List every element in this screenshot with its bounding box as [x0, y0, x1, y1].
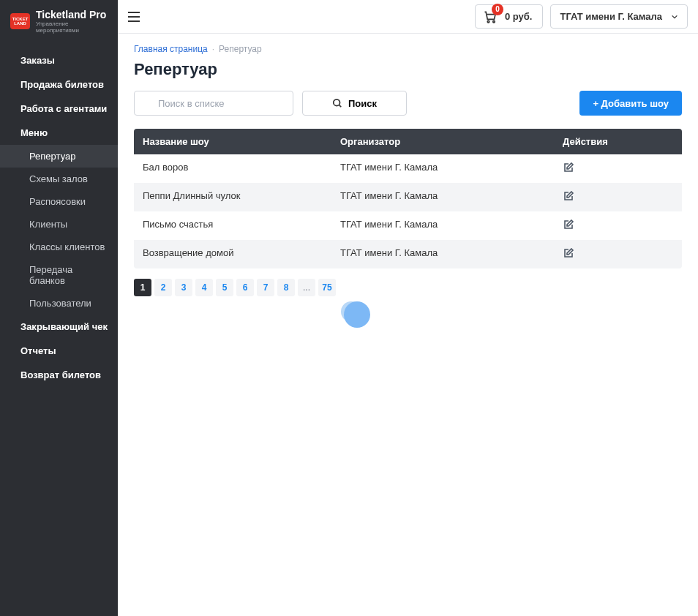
cell-name: Бал воров: [134, 154, 331, 183]
edit-icon[interactable]: [563, 247, 574, 259]
th-name: Название шоу: [134, 129, 331, 154]
th-actions: Действия: [554, 129, 682, 154]
sidebar-item-4[interactable]: Репертуар: [0, 145, 118, 168]
cell-actions: [554, 183, 682, 211]
cell-org: ТГАТ имени Г. Камала: [331, 211, 554, 240]
cell-org: ТГАТ имени Г. Камала: [331, 154, 554, 183]
topbar: 0 0 руб. ТГАТ имени Г. Камала: [118, 0, 698, 34]
table-row: Возвращение домойТГАТ имени Г. Камала: [134, 240, 682, 268]
table-row: Пеппи Длинный чулокТГАТ имени Г. Камала: [134, 183, 682, 211]
page-7[interactable]: 7: [257, 279, 274, 296]
search-input[interactable]: [134, 91, 293, 116]
sidebar-item-2[interactable]: Работа с агентами: [0, 97, 118, 121]
cell-actions: [554, 154, 682, 183]
page-5[interactable]: 5: [216, 279, 233, 296]
page-8[interactable]: 8: [277, 279, 295, 296]
breadcrumb-home[interactable]: Главная страница: [134, 44, 208, 54]
content: Главная страница·Репертуар Репертуар Пои…: [118, 34, 698, 307]
sidebar-item-9[interactable]: Передача бланков: [0, 258, 118, 292]
logo-subtitle: Управление мероприятиями: [36, 20, 110, 34]
page-1[interactable]: 1: [134, 279, 151, 296]
logo-badge: TICKET LAND: [10, 13, 30, 29]
sidebar-item-13[interactable]: Возврат билетов: [0, 363, 118, 387]
venue-name: ТГАТ имени Г. Камала: [560, 11, 662, 22]
search-icon: [332, 98, 342, 108]
sidebar: TICKET LAND Ticketland Pro Управление ме…: [0, 0, 118, 616]
sidebar-item-11[interactable]: Закрывающий чек: [0, 315, 118, 339]
cell-org: ТГАТ имени Г. Камала: [331, 183, 554, 211]
page-2[interactable]: 2: [154, 279, 172, 296]
edit-icon[interactable]: [563, 162, 574, 173]
svg-point-0: [487, 20, 489, 22]
venue-selector[interactable]: ТГАТ имени Г. Камала: [550, 4, 688, 29]
cell-actions: [554, 211, 682, 240]
cart-button[interactable]: 0 0 руб.: [475, 4, 543, 29]
cell-name: Возвращение домой: [134, 240, 331, 268]
edit-icon[interactable]: [563, 190, 574, 202]
loading-indicator: [344, 301, 370, 328]
page-last[interactable]: 75: [318, 279, 336, 296]
search-button[interactable]: Поиск: [302, 91, 407, 116]
edit-icon[interactable]: [563, 219, 574, 230]
breadcrumb: Главная страница·Репертуар: [134, 44, 682, 54]
svg-point-1: [493, 20, 495, 22]
sidebar-item-10[interactable]: Пользователи: [0, 292, 118, 315]
sidebar-item-12[interactable]: Отчеты: [0, 339, 118, 363]
sidebar-item-8[interactable]: Классы клиентов: [0, 236, 118, 258]
controls-row: Поиск + Добавить шоу: [134, 91, 682, 116]
th-org: Организатор: [331, 129, 554, 154]
cell-org: ТГАТ имени Г. Камала: [331, 240, 554, 268]
pagination: 12345678...75: [134, 279, 682, 296]
shows-table: Название шоу Организатор Действия Бал во…: [134, 129, 682, 268]
sidebar-item-0[interactable]: Заказы: [0, 48, 118, 72]
page-3[interactable]: 3: [175, 279, 192, 296]
page-6[interactable]: 6: [236, 279, 254, 296]
table-header: Название шоу Организатор Действия: [134, 129, 682, 154]
logo-title: Ticketland Pro: [36, 9, 110, 20]
sidebar-item-6[interactable]: Распоясовки: [0, 190, 118, 213]
table-row: Бал воровТГАТ имени Г. Камала: [134, 154, 682, 183]
add-show-button[interactable]: + Добавить шоу: [579, 91, 682, 116]
cell-name: Пеппи Длинный чулок: [134, 183, 331, 211]
cell-actions: [554, 240, 682, 268]
table-row: Письмо счастьяТГАТ имени Г. Камала: [134, 211, 682, 240]
page-ellipsis: ...: [298, 279, 315, 296]
svg-point-3: [334, 99, 340, 106]
logo[interactable]: TICKET LAND Ticketland Pro Управление ме…: [0, 0, 118, 44]
sidebar-item-5[interactable]: Схемы залов: [0, 168, 118, 190]
menu-toggle-button[interactable]: [125, 7, 146, 27]
sidebar-item-7[interactable]: Клиенты: [0, 213, 118, 236]
chevron-down-icon: [671, 13, 678, 20]
breadcrumb-current: Репертуар: [219, 44, 262, 54]
cart-count-badge: 0: [492, 4, 503, 15]
sidebar-item-3[interactable]: Меню: [0, 121, 118, 145]
sidebar-item-1[interactable]: Продажа билетов: [0, 72, 118, 97]
page-title: Репертуар: [134, 60, 682, 79]
nav: ЗаказыПродажа билетовРабота с агентамиМе…: [0, 44, 118, 387]
cart-amount: 0 руб.: [505, 11, 532, 22]
page-4[interactable]: 4: [195, 279, 213, 296]
cart-icon: 0: [483, 10, 498, 24]
cell-name: Письмо счастья: [134, 211, 331, 240]
